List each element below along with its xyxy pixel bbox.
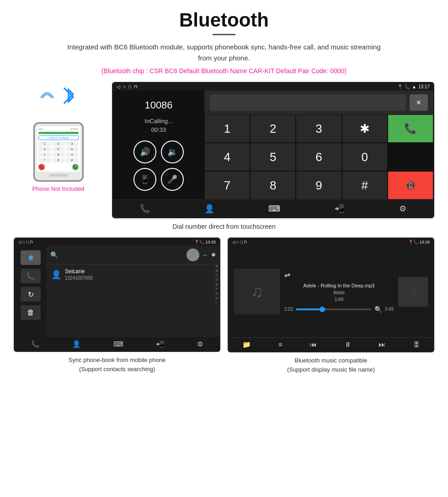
pb-alphabet-list: A B C D E F G H I [216,264,219,305]
music-caption: Bluetooth music compatible (Support disp… [228,356,434,374]
pb-nav-contacts-icon[interactable]: 👤 [72,340,81,348]
music-block: ◁ ○ □ ⊓ 📍📞 13:26 ♫ ⇌ Adele - Rolling In … [228,238,434,374]
pb-avatar-ball [187,248,199,261]
pb-contact-name: Seicane [65,268,93,275]
dialer-status: InCalling... [144,118,172,124]
dialer-body: 10086 InCalling... 00:33 🔊 🔉 📱 🎤 ✕ [113,91,433,200]
key-9[interactable]: 9 [296,171,341,200]
time-display: 13:17 [418,84,430,89]
key-8[interactable]: 8 [250,171,296,200]
bottom-screenshots: ◁ ○ □ ⊓ 📍📞 13:20 ✱ 📞 ↻ 🗑 🔍 ← [14,238,434,374]
pb-phone-icon[interactable]: 📞 [21,269,41,283]
title-divider [213,34,235,35]
end-btn[interactable]: 📵 [388,171,433,200]
music-artist: Adele [284,290,394,295]
pb-navbar: 📞 👤 ⌨ 📲 ⚙ [15,337,219,351]
pb-statusbar-right: 📍📞 13:20 [194,240,216,244]
statusbar-right-icons: 📍 📞 ▲ 13:17 [397,84,430,89]
music-nav-list-icon[interactable]: ≡ [278,340,283,349]
mic-btn[interactable]: 🎤 [161,168,184,191]
dialer-input-field[interactable] [210,94,406,111]
pb-nav-dialpad-icon[interactable]: ⌨ [113,340,123,348]
key-0[interactable]: 0 [342,143,388,171]
pb-back-arrow[interactable]: ← [202,251,208,259]
main-car-screen: ◁ ○ □ ⊓ 📍 📞 ▲ 13:17 10086 InCalling... [112,82,434,218]
dialer-input-row: ✕ [204,91,433,114]
pb-sync-icon[interactable]: ↻ [21,287,41,302]
phonebook-screen: ◁ ○ □ ⊓ 📍📞 13:20 ✱ 📞 ↻ 🗑 🔍 ← [14,238,220,352]
key-2[interactable]: 2 [250,114,296,143]
key-hash[interactable]: # [342,171,388,200]
key-star[interactable]: ✱ [342,114,388,143]
key-3[interactable]: 3 [296,114,341,143]
call-btn[interactable]: 📞 [388,114,433,143]
pb-contact-info: Seicane 13241007000 [65,268,93,281]
main-navbar: 📞 👤 ⌨ 📲 ⚙ [113,200,433,217]
key-5[interactable]: 5 [250,143,296,171]
statusbar-left-icons: ◁ ○ □ ⊓ [117,84,138,89]
phonebook-caption: Sync phone-book from mobile phone (Suppo… [14,356,220,373]
top-section: ●●● MORE + Add to Contacts 123 456 789 *… [14,82,434,218]
pb-nav-transfer-icon[interactable]: 📲 [156,340,165,348]
music-search-icon[interactable]: 🔍 [374,306,382,313]
pb-search-bar: 🔍 ← ✱ [47,246,219,265]
backspace-btn[interactable]: ✕ [410,94,428,111]
nav-dialpad-icon[interactable]: ⌨ [268,204,280,214]
key-7[interactable]: 7 [204,171,250,200]
album-art-secondary: ♫ [398,277,428,307]
main-caption: Dial number direct from touchscreen [14,223,434,230]
shuffle-icon[interactable]: ⇌ [284,270,394,279]
bluetooth-icon-area [36,82,81,119]
pb-nav-call-icon[interactable]: 📞 [31,340,40,348]
main-statusbar: ◁ ○ □ ⊓ 📍 📞 ▲ 13:17 [113,83,433,91]
pb-delete-icon[interactable]: 🗑 [21,305,41,320]
pb-contact-row: 👤 Seicane 13241007000 [47,265,219,284]
music-screen: ◁ ○ □ ⊓ 📍📞 13:26 ♫ ⇌ Adele - Rolling In … [228,238,434,352]
phone-area: ●●● MORE + Add to Contacts 123 456 789 *… [14,82,103,192]
phonebook-block: ◁ ○ □ ⊓ 📍📞 13:20 ✱ 📞 ↻ 🗑 🔍 ← [14,238,220,374]
bluetooth-icon [60,84,77,111]
music-navbar: 📁 ≡ ⏮ ⏸ ⏭ 🎛 [229,337,433,351]
dialer-left-panel: 10086 InCalling... 00:33 🔊 🔉 📱 🎤 [113,91,204,200]
music-nav-next-icon[interactable]: ⏭ [379,340,385,349]
nav-call-icon[interactable]: 📞 [140,204,150,214]
music-nav-play-icon[interactable]: ⏸ [344,340,351,349]
volume-down-btn[interactable]: 🔉 [161,140,184,163]
phone-signal-icon: 📞 [405,84,410,89]
music-info: ⇌ Adele - Rolling In the Deep.mp3 Adele … [284,270,394,313]
pb-main: 🔍 ← ✱ 👤 Seicane 13241007000 [47,246,219,337]
nav-contacts-icon[interactable]: 👤 [204,204,214,214]
phone-screen: ●●● MORE + Add to Contacts 123 456 789 *… [37,126,80,172]
pb-contact-avatar-icon: 👤 [51,270,61,280]
music-progress-dot [320,307,325,312]
music-track: Adele - Rolling In the Deep.mp3 [284,283,394,288]
music-nav-eq-icon[interactable]: 🎛 [413,340,420,349]
notif-icon: ⊓ [134,84,138,89]
nav-settings-icon[interactable]: ⚙ [399,204,406,214]
music-nav-prev-icon[interactable]: ⏮ [310,340,317,349]
key-4[interactable]: 4 [204,143,250,171]
home-icon: ○ [123,84,126,89]
pb-search-icon[interactable]: 🔍 [50,251,58,259]
music-nav-folder-icon[interactable]: 📁 [242,340,251,349]
phonebook-body: ✱ 📞 ↻ 🗑 🔍 ← ✱ 👤 [15,246,219,337]
music-statusbar: ◁ ○ □ ⊓ 📍📞 13:26 [229,238,433,246]
key-1[interactable]: 1 [204,114,250,143]
music-progress-bar[interactable] [296,308,371,310]
transfer-btn[interactable]: 📱 [133,168,156,191]
back-icon: ◁ [117,84,120,89]
album-art-main: ♫ [234,269,280,314]
music-count: 1/48 [284,297,394,302]
music-progress-fill [296,308,322,310]
pb-sidebar: ✱ 📞 ↻ 🗑 [15,246,47,337]
pb-nav-settings-icon[interactable]: ⚙ [197,340,203,348]
pb-bluetooth-icon[interactable]: ✱ [21,250,41,265]
nav-transfer-icon[interactable]: 📲 [335,204,345,214]
volume-up-btn[interactable]: 🔊 [133,140,156,163]
dialer-timer: 00:33 [151,126,166,133]
music-statusbar-left: ◁ ○ □ ⊓ [232,240,247,244]
chip-info: (Bluetooth chip : CSR BC6 Default Blueto… [14,67,434,75]
pb-asterisk: ✱ [211,252,216,258]
music-statusbar-right: 📍📞 13:26 [408,240,430,244]
key-6[interactable]: 6 [296,143,341,171]
